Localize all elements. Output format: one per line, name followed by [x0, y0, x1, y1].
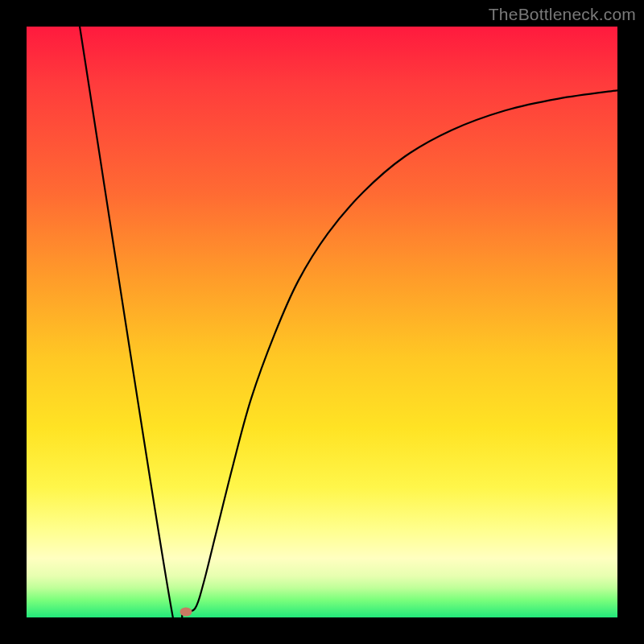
- chart-frame: TheBottleneck.com: [0, 0, 644, 644]
- watermark-text: TheBottleneck.com: [489, 5, 636, 24]
- optimal-point-marker: [180, 607, 192, 616]
- plot-area: [27, 27, 617, 617]
